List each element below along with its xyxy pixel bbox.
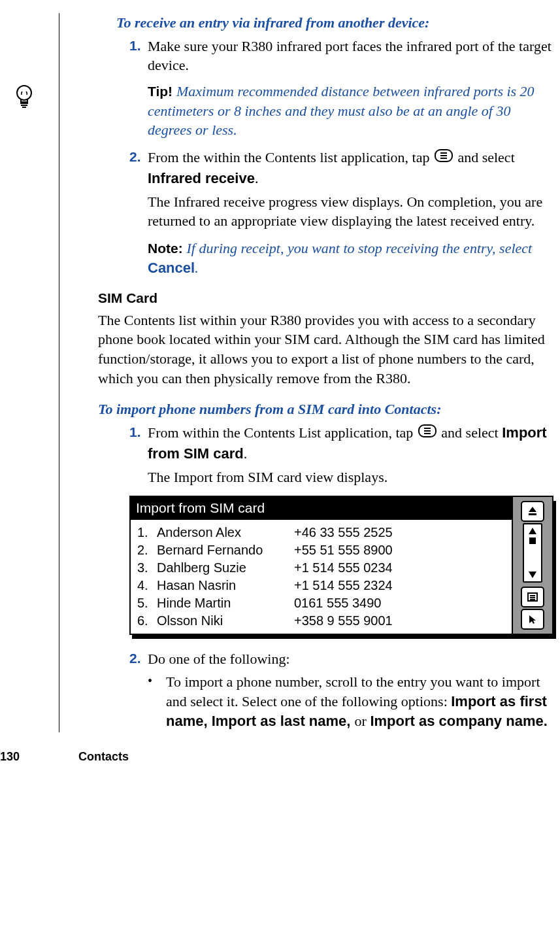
sim-import-screenshot: Import from SIM card 1.Anderson Alex+46 … bbox=[129, 496, 553, 634]
receive-step1: Make sure your R380 infrared port faces … bbox=[148, 37, 553, 75]
svg-rect-15 bbox=[529, 538, 536, 544]
scroll-up-icon bbox=[528, 527, 537, 535]
import-step-number-2: 2. bbox=[129, 649, 148, 669]
list-item: 1.Anderson Alex+46 33 555 2525 bbox=[137, 524, 505, 541]
svg-marker-14 bbox=[529, 528, 536, 534]
import-heading: To import phone numbers from a SIM card … bbox=[98, 400, 553, 419]
step-number-2: 2. bbox=[129, 148, 148, 188]
import-step1: From within the Contents List applicatio… bbox=[148, 423, 553, 463]
list-item: 5.Hinde Martin0161 555 3490 bbox=[137, 594, 505, 612]
scroll-top-button[interactable] bbox=[521, 501, 544, 522]
svg-rect-13 bbox=[529, 513, 536, 515]
sim-import-list[interactable]: 1.Anderson Alex+46 33 555 2525 2.Bernard… bbox=[131, 520, 512, 634]
cursor-button[interactable] bbox=[521, 609, 544, 630]
svg-marker-12 bbox=[529, 507, 536, 512]
import-subtext: The Import from SIM card view displays. bbox=[148, 468, 553, 487]
svg-point-0 bbox=[17, 86, 31, 100]
import-step-number-1: 1. bbox=[129, 423, 148, 463]
list-item: 2.Bernard Fernando+55 51 555 8900 bbox=[137, 541, 505, 559]
receive-heading: To receive an entry via infrared from an… bbox=[116, 13, 553, 33]
tip-callout: Tip! Maximum recommended distance betwee… bbox=[148, 82, 553, 140]
receive-subtext: The Infrared receive progress view displ… bbox=[148, 192, 553, 231]
sim-import-title: Import from SIM card bbox=[131, 497, 512, 519]
step-number-1: 1. bbox=[129, 37, 148, 75]
list-item: 6.Olsson Niki+358 9 555 9001 bbox=[137, 612, 505, 630]
scrollbar[interactable] bbox=[523, 523, 542, 582]
menu-icon bbox=[435, 148, 453, 167]
note-label: Note: bbox=[148, 241, 187, 256]
note-callout: Note: If during receipt, you want to sto… bbox=[148, 239, 553, 277]
sim-card-title: SIM Card bbox=[98, 289, 553, 307]
list-item: 3.Dahlberg Suzie+1 514 555 0234 bbox=[137, 559, 505, 577]
lightbulb-icon bbox=[12, 84, 37, 115]
import-bullet: To import a phone number, scroll to the … bbox=[166, 672, 553, 730]
tip-label: Tip! bbox=[148, 84, 176, 99]
bullet-dot: • bbox=[148, 672, 166, 730]
menu-button[interactable] bbox=[521, 587, 544, 607]
svg-marker-16 bbox=[529, 572, 536, 578]
menu-icon bbox=[418, 423, 436, 443]
sim-card-paragraph: The Contents list within your R380 provi… bbox=[98, 311, 553, 388]
vertical-rule bbox=[59, 13, 59, 732]
receive-step2: From the within the Contents list applic… bbox=[148, 148, 553, 188]
svg-marker-21 bbox=[529, 615, 536, 624]
scroll-thumb-icon bbox=[529, 538, 536, 544]
tip-text: Maximum recommended distance between inf… bbox=[148, 83, 535, 138]
list-item: 4.Hasan Nasrin+1 514 555 2324 bbox=[137, 577, 505, 594]
page-number: 130 bbox=[0, 750, 20, 764]
scroll-down-icon bbox=[528, 571, 537, 579]
section-name: Contacts bbox=[78, 750, 129, 764]
import-step2: Do one of the following: bbox=[148, 649, 553, 669]
